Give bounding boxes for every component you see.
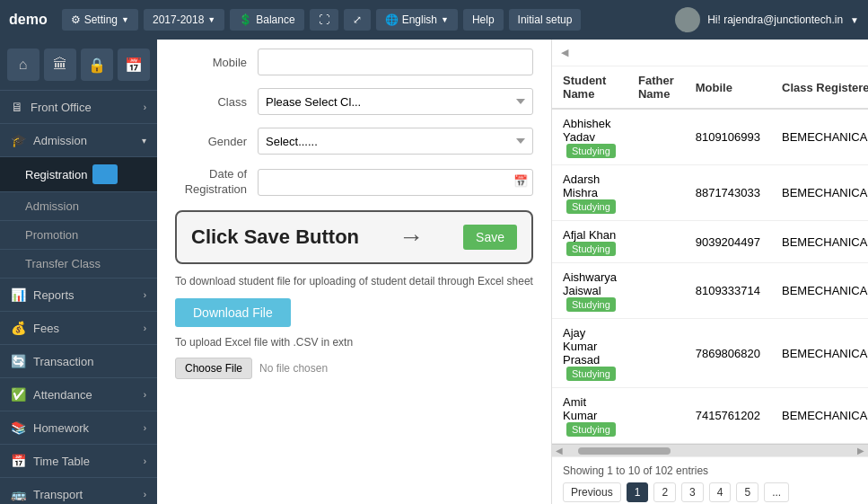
cell-name-4: Ajay Kumar Prasad Studying — [552, 319, 627, 388]
year-caret-icon: ▼ — [207, 15, 215, 24]
sidebar-item-homework[interactable]: 📚 Homework › — [0, 411, 157, 445]
cell-mobile-1: 8871743033 — [685, 165, 771, 221]
navbar: demo ⚙ Setting ▼ 2017-2018 ▼ 💲 Balance ⛶… — [0, 0, 868, 40]
cell-name-5: Amit Kumar Studying — [552, 388, 627, 444]
prev-page-button[interactable]: Previous — [563, 482, 621, 502]
sidebar-item-promotion[interactable]: Promotion — [0, 221, 157, 250]
sidebar-item-transaction[interactable]: 🔄 Transaction — [0, 345, 157, 378]
sidebar-item-reports[interactable]: 📊 Reports › — [0, 279, 157, 312]
home-icon-btn[interactable]: ⌂ — [7, 49, 39, 81]
callout-box: Click Save Button → Save — [175, 210, 533, 264]
balance-button[interactable]: 💲 Balance — [230, 9, 303, 31]
collapse-panel-icon[interactable]: ◀ — [557, 43, 572, 62]
cell-father-5 — [627, 388, 685, 444]
page-3-button[interactable]: 3 — [681, 482, 704, 502]
horizontal-scrollbar[interactable]: ◀ ▶ — [552, 444, 868, 456]
sidebar-item-transfer-class[interactable]: Transfer Class — [0, 250, 157, 279]
cell-class-1: BEMECHANICAL1STSEM/ — [771, 165, 868, 221]
page-1-button[interactable]: 1 — [627, 482, 649, 502]
callout-arrow-icon: → — [399, 223, 424, 252]
main-layout: ⌂ 🏛 🔒 📅 🖥 Front Office › 🎓 Admission ▾ R… — [0, 40, 868, 504]
page-5-button[interactable]: 5 — [736, 482, 758, 502]
sidebar-item-admission[interactable]: 🎓 Admission ▾ — [0, 124, 157, 157]
save-button[interactable]: Save — [463, 225, 517, 250]
calendar-icon[interactable]: 📅 — [513, 174, 528, 188]
homework-chevron-icon: › — [144, 423, 146, 433]
avatar — [675, 7, 700, 32]
calendar-icon-btn[interactable]: 📅 — [118, 49, 150, 81]
callout-text: Click Save Button — [191, 225, 359, 249]
mobile-row: Mobile — [175, 49, 533, 75]
admission-chevron-icon: ▾ — [142, 136, 146, 146]
choose-file-button[interactable]: Choose File — [175, 358, 252, 379]
studying-badge-0: Studying — [566, 144, 616, 158]
fullscreen-button[interactable]: ⛶ — [310, 9, 338, 31]
sidebar-item-attendance[interactable]: ✅ Attendance › — [0, 378, 157, 411]
class-select[interactable]: Please Select Cl... — [258, 88, 533, 115]
building-icon-btn[interactable]: 🏛 — [44, 49, 76, 81]
sidebar-item-fees[interactable]: 💰 Fees › — [0, 312, 157, 345]
scroll-thumb[interactable] — [578, 447, 671, 455]
page-4-button[interactable]: 4 — [709, 482, 732, 502]
page-2-button[interactable]: 2 — [653, 482, 676, 502]
transaction-icon: 🔄 — [11, 354, 26, 368]
resize-button[interactable]: ⤢ — [344, 9, 371, 31]
transport-icon: 🚌 — [11, 487, 26, 501]
page-ellipsis-button[interactable]: ... — [764, 482, 789, 502]
cell-name-2: Afjal Khan Studying — [552, 221, 627, 263]
cell-father-3 — [627, 263, 685, 319]
col-student-name: Student Name — [552, 66, 627, 109]
class-row: Class Please Select Cl... — [175, 88, 533, 115]
admission-sub-label: Admission — [25, 199, 79, 213]
cell-class-3: BEMECHANICAL1STSEM/ — [771, 263, 868, 319]
sidebar-item-front-office[interactable]: 🖥 Front Office › — [0, 91, 157, 124]
studying-badge-4: Studying — [566, 367, 616, 381]
timetable-chevron-icon: › — [144, 456, 146, 466]
gender-row: Gender Select...... — [175, 128, 533, 155]
table-row: Aishwarya Jaiswal Studying 8109333714 BE… — [552, 263, 868, 319]
download-file-button[interactable]: Download File — [175, 298, 291, 327]
table-row: Adarsh Mishra Studying 8871743033 BEMECH… — [552, 165, 868, 221]
cell-mobile-5: 7415761202 — [685, 388, 771, 444]
class-label: Class — [175, 95, 247, 109]
user-area: Hi! rajendra@junctiontech.in ▼ — [675, 7, 859, 32]
file-chosen-text: No file chosen — [259, 362, 328, 375]
cell-class-2: BEMECHANICAL1STSEM/ — [771, 221, 868, 263]
scroll-right-icon[interactable]: ▶ — [857, 446, 864, 455]
flag-icon: 🌐 — [385, 13, 399, 26]
sidebar-item-admission-sub[interactable]: Admission — [0, 192, 157, 221]
date-label: Date ofRegistration — [175, 167, 247, 198]
lock-icon-btn[interactable]: 🔒 — [81, 49, 113, 81]
setting-button[interactable]: ⚙ Setting ▼ — [62, 9, 138, 31]
scroll-left-icon[interactable]: ◀ — [556, 446, 563, 455]
choose-file-row: Choose File No file chosen — [175, 358, 533, 379]
mobile-input[interactable] — [258, 49, 533, 75]
student-table: Student Name Father Name Mobile Class Re… — [552, 66, 868, 444]
sidebar-label-homework: Homework — [33, 421, 89, 435]
pagination-area: Showing 1 to 10 of 102 entries Previous … — [552, 456, 868, 504]
gender-label: Gender — [175, 135, 247, 148]
main-area: Mobile Class Please Select Cl... Gender … — [157, 40, 868, 504]
initial-setup-button[interactable]: Initial setup — [509, 9, 582, 31]
sidebar-item-registration[interactable]: Registration — [0, 157, 157, 192]
year-button[interactable]: 2017-2018 ▼ — [144, 9, 224, 31]
fullscreen-icon: ⛶ — [319, 13, 329, 26]
setting-caret-icon: ▼ — [121, 15, 129, 24]
fees-icon: 💰 — [11, 321, 26, 335]
upload-info-text: To upload Excel file with .CSV in extn — [175, 336, 533, 349]
help-button[interactable]: Help — [463, 9, 504, 31]
sidebar-label-admission: Admission — [33, 134, 87, 147]
sidebar-item-transport[interactable]: 🚌 Transport › — [0, 478, 157, 504]
language-button[interactable]: 🌐 English ▼ — [376, 9, 458, 31]
brand-logo: demo — [9, 12, 48, 28]
sidebar-item-time-table[interactable]: 📅 Time Table › — [0, 445, 157, 478]
cell-class-5: BEMECHANICAL1STSEM/ — [771, 388, 868, 444]
download-info-text: To download student file for uploading o… — [175, 273, 533, 289]
user-caret-icon: ▼ — [850, 15, 859, 25]
cell-class-4: BEMECHANICAL1STSEM/ — [771, 319, 868, 388]
table-row: Ajay Kumar Prasad Studying 7869806820 BE… — [552, 319, 868, 388]
gender-select[interactable]: Select...... — [258, 128, 533, 155]
table-row: Amit Kumar Studying 7415761202 BEMECHANI… — [552, 388, 868, 444]
date-input[interactable] — [258, 169, 533, 196]
cell-father-4 — [627, 319, 685, 388]
